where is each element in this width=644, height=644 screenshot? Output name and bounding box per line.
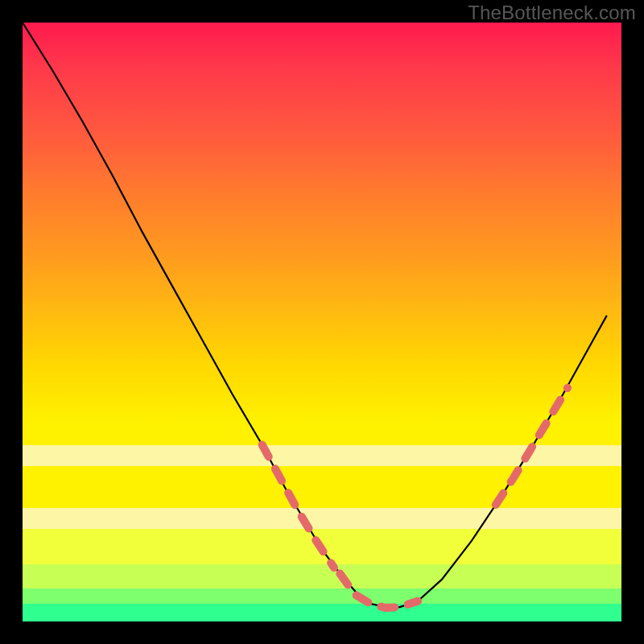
highlight-bottom-dashed: [340, 574, 418, 608]
highlight-dashed-segments: [262, 388, 568, 608]
bottleneck-curve: [23, 23, 606, 608]
chart-svg: [23, 23, 621, 621]
chart-container: TheBottleneck.com: [0, 0, 644, 644]
plot-area: [23, 23, 621, 621]
watermark-text: TheBottleneck.com: [468, 2, 636, 24]
